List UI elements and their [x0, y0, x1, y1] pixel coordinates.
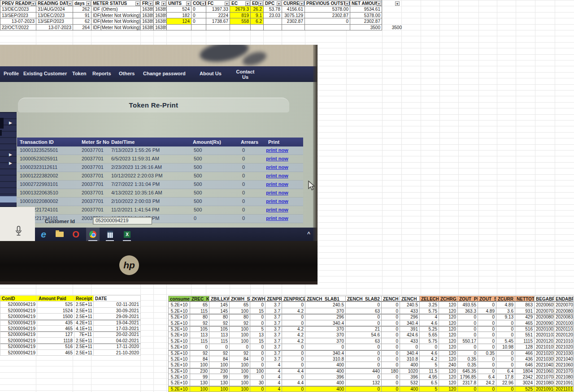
sheet-cell[interactable]: 1804 — [515, 368, 535, 374]
column-header[interactable]: FC▼ — [206, 0, 230, 6]
sheet-cell[interactable]: 20210402 — [535, 362, 554, 368]
sheet-cell[interactable]: 0 — [346, 374, 382, 380]
sheet-cell[interactable]: 3.25 — [420, 302, 439, 308]
sheet-cell[interactable]: 120 — [439, 386, 458, 392]
sheet-cell[interactable]: 400 — [400, 386, 420, 392]
sheet-cell[interactable]: 52000094219 — [0, 332, 37, 337]
sheet-cell[interactable]: 9534.61 — [350, 6, 382, 12]
sheet-cell[interactable]: 115 — [209, 338, 230, 344]
sheet-cell[interactable]: 21-10-2020 — [94, 350, 141, 356]
column-header[interactable]: ZCURR_SUR — [496, 296, 515, 302]
sheet-cell[interactable]: 4156.61 — [282, 6, 305, 12]
sheet-cell[interactable]: 0 — [282, 344, 305, 350]
sheet-cell[interactable]: 11.5 — [420, 368, 439, 374]
sheet-cell[interactable]: 3.7 — [265, 308, 282, 314]
sheet-cell[interactable]: 20200901 — [535, 320, 554, 326]
sheet-cell[interactable]: 436 — [515, 356, 535, 362]
sheet-cell[interactable]: 17.8 — [496, 374, 515, 380]
sheet-cell[interactable]: 124 — [167, 18, 191, 24]
sheet-cell[interactable]: 3500 — [383, 25, 402, 30]
column-header[interactable]: ZCHRG_DED — [439, 296, 458, 302]
sheet-cell[interactable] — [305, 25, 350, 30]
sheet-cell[interactable] — [206, 25, 230, 30]
sheet-cell[interactable]: 0 — [282, 320, 305, 326]
sheet-cell[interactable]: 65 — [190, 302, 209, 308]
sheet-cell[interactable]: 84 — [209, 356, 230, 362]
sheet-cell[interactable]: 16389 — [154, 6, 167, 12]
column-header[interactable]: ZOUT_PRIN — [458, 296, 478, 302]
column-header[interactable]: ZREC_KWH — [190, 296, 209, 302]
column-header[interactable]: ZOUT_SUR — [478, 296, 496, 302]
sheet-cell[interactable]: 0 — [458, 320, 478, 326]
sheet-cell[interactable]: 0 — [282, 374, 305, 380]
sheet-cell[interactable]: 120 — [439, 350, 458, 356]
sheet-cell[interactable]: 52000094219 — [0, 350, 37, 356]
sheet-cell[interactable]: 465 — [37, 326, 74, 332]
column-header[interactable]: ZELECH_DU — [420, 296, 439, 302]
sheet-cell[interactable]: 4.2 — [282, 326, 305, 332]
sheet-cell[interactable]: 0 — [190, 344, 209, 350]
sheet-cell[interactable]: 80 — [209, 314, 230, 320]
sheet-cell[interactable]: 0 — [420, 344, 439, 350]
sheet-cell[interactable]: 819 — [230, 13, 251, 18]
sheet-cell[interactable]: 92 — [190, 350, 209, 356]
sheet-cell[interactable]: 2.5E+11 — [74, 308, 94, 314]
sheet-cell[interactable]: 145 — [209, 308, 230, 314]
column-header[interactable]: IR▼ — [154, 0, 167, 6]
sheet-cell[interactable]: 2.5E+11 — [74, 302, 94, 307]
sheet-cell[interactable]: 0 — [478, 356, 496, 362]
sheet-cell[interactable]: 23.03 — [264, 13, 282, 18]
sheet-cell[interactable]: 5.2E+10 — [169, 308, 190, 314]
sheet-cell[interactable]: 7E+11 — [74, 332, 94, 337]
sheet-cell[interactable]: 340.4 — [400, 320, 420, 326]
sheet-cell[interactable]: 4.2 — [420, 356, 439, 362]
sheet-cell[interactable]: 493.55 — [458, 302, 478, 308]
sheet-cell[interactable]: 1738.67 — [206, 18, 230, 24]
sheet-cell[interactable]: 100 — [190, 386, 209, 392]
sheet-cell[interactable]: 5.2E+10 — [169, 314, 190, 320]
sheet-cell[interactable]: 4.1E+11 — [74, 326, 94, 332]
sheet-cell[interactable]: 0 — [191, 6, 206, 12]
sheet-cell[interactable]: 26.2 — [251, 6, 264, 12]
sheet-cell[interactable]: 20210305 — [535, 356, 554, 362]
sheet-cell[interactable]: 0 — [496, 386, 515, 392]
sheet-cell[interactable]: 80 — [190, 314, 209, 320]
sheet-cell[interactable]: 0 — [478, 338, 496, 344]
menu-item-contact-us[interactable]: Contact Us — [235, 69, 256, 80]
sheet-cell[interactable]: 516 — [515, 326, 535, 332]
sheet-cell[interactable]: 100 — [209, 386, 230, 392]
sheet-cell[interactable]: 0 — [458, 326, 478, 332]
sheet-cell[interactable]: 0 — [250, 344, 265, 350]
sheet-cell[interactable]: 0 — [282, 386, 305, 392]
filter-arrow-icon[interactable]: ▼ — [300, 1, 304, 6]
sheet-cell[interactable]: 17-11-2020 — [94, 344, 141, 349]
sheet-cell[interactable]: 400 — [305, 380, 346, 386]
filter-arrow-icon[interactable]: ▼ — [377, 1, 381, 6]
sheet-cell[interactable]: 100 — [230, 368, 250, 374]
sheet-cell[interactable]: 0 — [282, 302, 305, 308]
sheet-cell[interactable]: 9.1 — [251, 13, 264, 18]
sheet-cell[interactable]: 20201001 — [554, 320, 574, 326]
sheet-cell[interactable]: 92 — [230, 350, 250, 356]
filter-arrow-icon[interactable]: ▼ — [135, 1, 140, 6]
sheet-cell[interactable]: 0 — [458, 314, 478, 320]
print-now-link[interactable]: print now — [254, 190, 300, 195]
sheet-cell[interactable]: 5.25 — [420, 326, 439, 332]
sheet-cell[interactable]: 5 — [420, 386, 439, 392]
sheet-cell[interactable]: 310.8 — [305, 356, 346, 362]
sheet-cell[interactable]: 120 — [439, 338, 458, 344]
column-header[interactable]: COLLECTION▼ — [191, 0, 206, 6]
sheet-cell[interactable]: 16389 — [141, 13, 154, 18]
sheet-cell[interactable]: 20210401 — [554, 356, 574, 362]
sheet-cell[interactable]: 1796.85 — [458, 374, 478, 380]
sheet-cell[interactable]: 130 — [190, 380, 209, 386]
sheet-cell[interactable]: 0 — [282, 356, 305, 362]
sheet-cell[interactable]: 465 — [515, 320, 535, 326]
sheet-cell[interactable]: 645.35 — [458, 368, 478, 374]
sheet-cell[interactable]: 6.2 — [251, 18, 264, 24]
sheet-cell[interactable]: 0 — [346, 350, 382, 356]
sheet-cell[interactable]: 20200609 — [535, 302, 554, 308]
sheet-cell[interactable]: 20201202 — [535, 338, 554, 344]
sheet-cell[interactable]: 3.7 — [265, 326, 282, 332]
sheet-cell[interactable]: 3.6 — [496, 308, 515, 314]
